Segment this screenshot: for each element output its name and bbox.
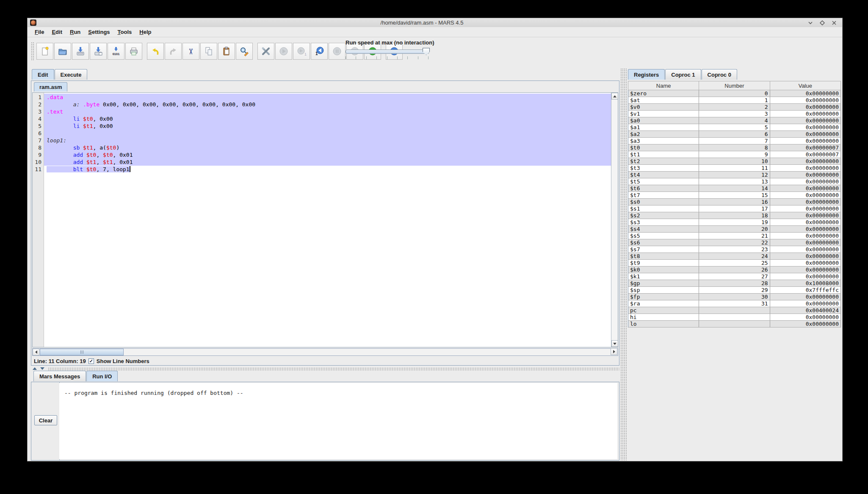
register-row-lo[interactable]: lo0x00000000 (628, 321, 841, 327)
find-replace-button[interactable] (236, 43, 253, 60)
dump-memory-button[interactable]: 0101 (108, 43, 124, 60)
clear-button[interactable]: Clear (34, 415, 57, 425)
register-row-v1[interactable]: $v130x00000000 (628, 111, 841, 117)
scroll-left-button[interactable] (33, 349, 39, 355)
code-line-6[interactable]: 6 (33, 130, 611, 137)
new-file-button[interactable] (36, 43, 53, 60)
vertical-scrollbar[interactable] (611, 93, 618, 347)
collapse-up-icon[interactable] (33, 367, 37, 370)
menu-run[interactable]: Run (66, 28, 84, 36)
register-row-at[interactable]: $at10x00000000 (628, 97, 841, 104)
register-row-t6[interactable]: $t6140x00000000 (628, 185, 841, 192)
tab-registers[interactable]: Registers (628, 69, 665, 80)
column-value[interactable]: Value (770, 81, 840, 90)
register-row-t8[interactable]: $t8240x00000000 (628, 253, 841, 260)
code-line-1[interactable]: 1.data (33, 94, 611, 101)
register-row-s4[interactable]: $s4200x00000000 (628, 226, 841, 233)
register-table-header[interactable]: Name Number Value (628, 81, 841, 90)
code-line-5[interactable]: 5 li $t1, 0x00 (33, 122, 611, 130)
run-button[interactable] (275, 43, 292, 60)
tab-coproc0[interactable]: Coproc 0 (702, 69, 737, 80)
code-line-11[interactable]: 11 blt $t0, 7, loop1 (33, 166, 611, 173)
slider-thumb[interactable] (423, 48, 430, 55)
tab-execute[interactable]: Execute (55, 69, 88, 80)
run-speed-slider[interactable] (346, 48, 437, 55)
register-row-fp[interactable]: $fp300x00000000 (628, 294, 841, 300)
menu-edit[interactable]: Edit (48, 28, 66, 36)
code-line-2[interactable]: 2 a: .byte 0x00, 0x00, 0x00, 0x00, 0x00,… (33, 101, 611, 108)
file-tab-ram-asm[interactable]: ram.asm (34, 82, 67, 92)
open-file-button[interactable] (54, 43, 71, 60)
register-row-a1[interactable]: $a150x00000000 (628, 124, 841, 131)
column-number[interactable]: Number (699, 81, 770, 90)
step-button[interactable]: 1 (293, 43, 310, 60)
code-editor[interactable]: 1.data2 a: .byte 0x00, 0x00, 0x00, 0x00,… (32, 92, 618, 347)
register-row-pc[interactable]: pc0x00400024 (628, 307, 841, 314)
scroll-right-button[interactable] (611, 348, 617, 355)
register-row-s3[interactable]: $s3190x00000000 (628, 219, 841, 226)
collapse-down-icon[interactable] (40, 367, 44, 370)
register-row-v0[interactable]: $v020x00000000 (628, 104, 841, 111)
scroll-down-button[interactable] (611, 340, 618, 347)
register-row-s7[interactable]: $s7230x00000000 (628, 246, 841, 253)
register-row-sp[interactable]: $sp290x7fffeffc (628, 287, 841, 294)
register-row-t1[interactable]: $t190x00000007 (628, 151, 841, 158)
assemble-button[interactable] (257, 43, 274, 60)
tab-mars-messages[interactable]: Mars Messages (33, 371, 86, 381)
horizontal-scrollbar[interactable] (32, 348, 618, 356)
register-row-zero[interactable]: $zero00x00000000 (628, 90, 841, 97)
backstep-button[interactable]: 1 (311, 43, 328, 60)
toolbar-drag-handle[interactable] (31, 42, 34, 61)
menu-file[interactable]: File (31, 28, 48, 36)
register-row-a3[interactable]: $a370x00000000 (628, 138, 841, 144)
register-row-t7[interactable]: $t7150x00000000 (628, 192, 841, 199)
title-bar[interactable]: /home/david/ram.asm - MARS 4.5 (28, 18, 842, 28)
vertical-split-divider[interactable] (620, 68, 627, 461)
split-pane-divider[interactable] (31, 366, 619, 371)
menu-tools[interactable]: Tools (114, 28, 136, 36)
code-line-9[interactable]: 9 add $t0, $t0, 0x01 (33, 151, 611, 158)
scroll-up-button[interactable] (611, 93, 618, 100)
register-row-ra[interactable]: $ra310x00000000 (628, 300, 841, 307)
show-line-numbers-checkbox[interactable]: ✓ (88, 358, 94, 364)
register-row-s6[interactable]: $s6220x00000000 (628, 239, 841, 246)
code-line-3[interactable]: 3.text (33, 108, 611, 115)
tab-coproc1[interactable]: Coproc 1 (665, 69, 701, 80)
redo-button[interactable] (165, 43, 182, 60)
column-name[interactable]: Name (628, 81, 699, 90)
code-line-4[interactable]: 4 li $t0, 0x00 (33, 115, 611, 122)
register-row-gp[interactable]: $gp280x10008000 (628, 280, 841, 287)
code-line-8[interactable]: 8 sb $t1, a($t0) (33, 144, 611, 151)
register-row-s0[interactable]: $s0160x00000000 (628, 199, 841, 205)
register-row-s5[interactable]: $s5210x00000000 (628, 233, 841, 239)
code-line-10[interactable]: 10 add $t1, $t1, 0x01 (33, 158, 611, 166)
register-row-hi[interactable]: hi0x00000000 (628, 314, 841, 321)
paste-button[interactable] (218, 43, 235, 60)
register-row-a2[interactable]: $a260x00000000 (628, 131, 841, 138)
close-button[interactable] (831, 20, 837, 26)
maximize-button[interactable] (819, 20, 825, 26)
tab-run-io[interactable]: Run I/O (86, 371, 118, 381)
menu-settings[interactable]: Settings (84, 28, 113, 36)
undo-button[interactable] (147, 43, 164, 60)
code-line-7[interactable]: 7loop1: (33, 137, 611, 144)
register-row-t2[interactable]: $t2100x00000000 (628, 158, 841, 165)
minimize-button[interactable] (807, 20, 813, 26)
save-button[interactable] (72, 43, 89, 60)
pause-button[interactable] (329, 43, 346, 60)
register-row-t4[interactable]: $t4120x00000000 (628, 172, 841, 178)
register-row-s2[interactable]: $s2180x00000000 (628, 212, 841, 219)
register-row-t9[interactable]: $t9250x00000000 (628, 260, 841, 266)
copy-button[interactable] (200, 43, 217, 60)
menu-help[interactable]: Help (135, 28, 155, 36)
register-row-t0[interactable]: $t080x00000007 (628, 144, 841, 151)
tab-edit[interactable]: Edit (32, 69, 54, 80)
print-button[interactable] (125, 43, 142, 60)
register-row-a0[interactable]: $a040x00000000 (628, 117, 841, 124)
cut-button[interactable]: ✂ (182, 43, 199, 60)
register-row-s1[interactable]: $s1170x00000000 (628, 205, 841, 212)
run-io-output[interactable]: -- program is finished running (dropped … (59, 383, 617, 459)
slider-track[interactable] (346, 50, 429, 54)
register-row-k1[interactable]: $k1270x00000000 (628, 273, 841, 280)
save-as-button[interactable] (90, 43, 107, 60)
